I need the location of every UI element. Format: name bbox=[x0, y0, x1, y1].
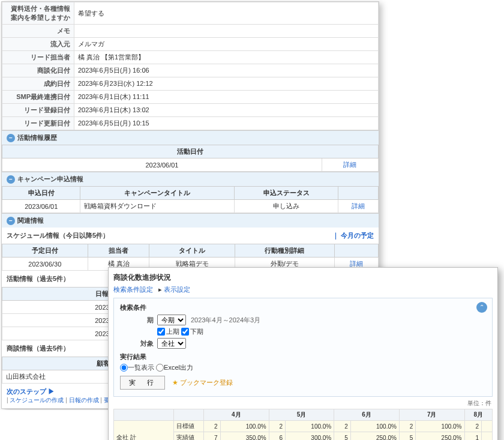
month-header: 6月 bbox=[334, 409, 400, 411]
collapse-icon[interactable]: ⌃ bbox=[476, 302, 487, 313]
tab-search[interactable]: 検索条件設定 bbox=[113, 286, 153, 293]
detail-value: 橘 真治 【第1営業部】 bbox=[74, 51, 379, 64]
period-range: 2023年4月～2024年3月 bbox=[191, 316, 260, 325]
month-header: 4月 bbox=[204, 409, 269, 411]
related-section: −関連情報 bbox=[2, 213, 379, 228]
period-label: 期 bbox=[120, 316, 154, 325]
month-header: 5月 bbox=[269, 409, 334, 411]
tab-display[interactable]: 表示設定 bbox=[164, 286, 190, 293]
month-header: 8月 bbox=[464, 409, 493, 411]
campaign-section: −キャンペーン申込情報 bbox=[2, 172, 379, 186]
next-step-toggle[interactable]: 次のステップ ▶ bbox=[7, 388, 55, 395]
detail-value: 2023年6月1日(木) 11:11 bbox=[74, 91, 379, 104]
detail-value: メルマガ bbox=[74, 38, 379, 51]
section-title: キャンペーン申込情報 bbox=[17, 175, 83, 182]
star-icon: ★ bbox=[172, 379, 178, 386]
detail-key: リード更新日付 bbox=[2, 117, 74, 130]
detail-key: 商談化日付 bbox=[2, 64, 74, 77]
table-row: 2023/06/01 戦略箱資料ダウンロード 申し込み 詳細 bbox=[2, 200, 379, 213]
create-schedule-link[interactable]: スケジュールの作成 bbox=[10, 397, 64, 403]
table-row: 2023/06/01詳細 bbox=[2, 158, 379, 172]
campaign-grid: 申込日付 キャンペーンタイトル 申込ステータス 2023/06/01 戦略箱資料… bbox=[2, 186, 379, 213]
bookmark-link[interactable]: ★ブックマーク登録 bbox=[172, 378, 233, 387]
detail-value bbox=[74, 25, 379, 38]
col-header: 活動日付 bbox=[2, 145, 379, 158]
second-half-check[interactable] bbox=[181, 328, 189, 336]
period-select[interactable]: 今期 bbox=[157, 315, 186, 325]
section-title: 活動情報履歴 bbox=[17, 134, 57, 141]
schedule-section: スケジュール情報（今日以降5件） ｜ 今月の予定 bbox=[2, 228, 379, 244]
detail-value: 2023年6月5日(月) 10:15 bbox=[74, 117, 379, 130]
detail-table: 資料送付・各種情報案内を希望しますか希望するメモ流入元メルマガリード担当者橘 真… bbox=[2, 2, 379, 130]
detail-value: 希望する bbox=[74, 2, 379, 25]
detail-link[interactable]: 詳細 bbox=[352, 202, 365, 209]
tabs: 検索条件設定 ▸ 表示設定 bbox=[113, 285, 493, 294]
detail-link[interactable]: 詳細 bbox=[350, 260, 363, 267]
detail-key: リード担当者 bbox=[2, 51, 74, 64]
detail-value: 2023年6月23日(水) 12:12 bbox=[74, 77, 379, 91]
run-button[interactable]: 実 行 bbox=[120, 376, 165, 390]
search-box: ⌃ 検索条件 期 今期 2023年4月～2024年3月 上期 下期 対象 全社 … bbox=[113, 298, 493, 397]
activity-history-grid: 活動日付 2023/06/01詳細 bbox=[2, 145, 379, 172]
section-icon: − bbox=[7, 175, 15, 184]
detail-key: リード登録日付 bbox=[2, 104, 74, 117]
result-label: 実行結果 bbox=[120, 352, 486, 361]
panel-title: 商談化数進捗状況 bbox=[113, 273, 493, 283]
target-select[interactable]: 全社 bbox=[157, 338, 186, 349]
this-month-link[interactable]: ｜ 今月の予定 bbox=[332, 231, 374, 240]
first-half-check[interactable] bbox=[157, 328, 165, 336]
progress-table: 4月5月6月7月8月 全社 計目標値2100.0%2100.0%2100.0%2… bbox=[113, 409, 493, 410]
detail-key: 資料送付・各種情報案内を希望しますか bbox=[2, 2, 74, 25]
activity-history-section: −活動情報履歴 bbox=[2, 130, 379, 145]
detail-value: 2023年6月5日(月) 16:06 bbox=[74, 64, 379, 77]
search-label: 検索条件 bbox=[120, 303, 486, 312]
detail-key: メモ bbox=[2, 25, 74, 38]
section-icon: − bbox=[7, 134, 15, 142]
detail-key: 流入元 bbox=[2, 38, 74, 51]
arrow-right-icon: ▶ bbox=[48, 388, 55, 395]
month-header: 7月 bbox=[399, 409, 464, 411]
unit-label: 単位：件 bbox=[113, 399, 491, 408]
detail-key: 成約日付 bbox=[2, 77, 74, 91]
section-title: 関連情報 bbox=[17, 217, 44, 224]
radio-excel[interactable] bbox=[156, 364, 164, 372]
detail-link[interactable]: 詳細 bbox=[343, 161, 356, 168]
create-report-link[interactable]: 日報の作成 bbox=[69, 397, 99, 403]
section-icon: − bbox=[7, 217, 15, 225]
radio-list[interactable] bbox=[120, 364, 128, 372]
target-label: 対象 bbox=[120, 339, 154, 348]
detail-key: SMP最終連携日付 bbox=[2, 91, 74, 104]
detail-value: 2023年6月1日(木) 13:02 bbox=[74, 104, 379, 117]
progress-panel: 商談化数進捗状況 検索条件設定 ▸ 表示設定 ⌃ 検索条件 期 今期 2023年… bbox=[108, 267, 498, 410]
